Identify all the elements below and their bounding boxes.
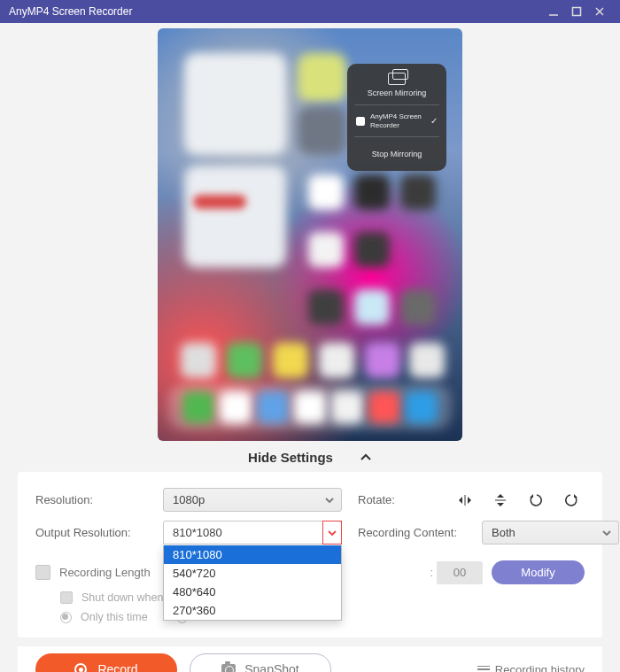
snapshot-button[interactable]: SnapShot	[190, 653, 331, 672]
only-this-time-label: Only this time	[81, 611, 148, 623]
recording-history-link[interactable]: Recording history	[477, 663, 585, 673]
resolution-label: Resolution:	[35, 493, 152, 506]
mirror-icon	[388, 73, 406, 85]
titlebar: AnyMP4 Screen Recorder	[0, 0, 620, 23]
flip-horizontal-icon[interactable]	[457, 492, 473, 508]
dropdown-option[interactable]: 540*720	[164, 564, 341, 583]
shutdown-checkbox[interactable]	[60, 591, 73, 604]
recording-content-label: Recording Content:	[358, 526, 471, 539]
rotate-label: Rotate:	[358, 493, 402, 506]
output-resolution-select[interactable]: 810*1080 810*1080 540*720 480*640 270*36…	[163, 521, 342, 545]
recording-content-select[interactable]: Both	[482, 521, 619, 545]
recording-length-checkbox[interactable]	[35, 565, 50, 580]
recording-length-time: : 00	[430, 561, 483, 584]
hide-settings-label: Hide Settings	[248, 450, 333, 465]
close-button[interactable]	[588, 0, 611, 23]
output-resolution-label: Output Resolution:	[35, 526, 152, 539]
check-icon: ✓	[430, 116, 438, 126]
mirror-device-name: AnyMP4 Screen Recorder	[370, 112, 425, 129]
device-preview: Screen Mirroring AnyMP4 Screen Recorder …	[158, 28, 462, 441]
chevron-down-icon	[327, 528, 337, 538]
recording-content-value: Both	[492, 526, 515, 539]
camera-icon	[221, 664, 236, 672]
resolution-value: 1080p	[173, 493, 205, 506]
dropdown-option[interactable]: 810*1080	[164, 545, 341, 564]
app-title: AnyMP4 Screen Recorder	[9, 5, 132, 18]
only-this-time-radio[interactable]	[60, 612, 72, 623]
chevron-down-icon	[323, 494, 336, 506]
record-button[interactable]: Record	[35, 653, 177, 672]
modify-button[interactable]: Modify	[492, 560, 585, 584]
minimize-button[interactable]	[542, 0, 565, 23]
dropdown-option[interactable]: 480*640	[164, 583, 341, 601]
rotate-left-icon[interactable]	[528, 492, 544, 508]
recording-history-label: Recording history	[495, 663, 585, 673]
screen-mirroring-panel: Screen Mirroring AnyMP4 Screen Recorder …	[347, 64, 446, 171]
chevron-down-icon	[601, 527, 613, 539]
device-icon	[356, 117, 365, 126]
snapshot-label: SnapShot	[244, 662, 299, 672]
recording-length-label: Recording Length	[59, 566, 151, 579]
output-resolution-value: 810*1080	[173, 526, 222, 539]
record-label: Record	[97, 662, 137, 672]
hide-settings-toggle[interactable]: Hide Settings	[0, 446, 620, 472]
dropdown-option[interactable]: 270*360	[164, 601, 341, 620]
output-resolution-dropdown: 810*1080 540*720 480*640 270*360	[163, 545, 342, 621]
mirror-device-row[interactable]: AnyMP4 Screen Recorder ✓	[354, 104, 439, 136]
maximize-button[interactable]	[565, 0, 588, 23]
mirror-title: Screen Mirroring	[354, 89, 439, 97]
time-seconds[interactable]: 00	[437, 561, 483, 584]
stop-mirroring-button[interactable]: Stop Mirroring	[354, 136, 439, 171]
record-icon	[74, 663, 87, 672]
history-icon	[477, 666, 490, 672]
settings-panel: Resolution: 1080p Rotate: Output Resolut…	[18, 472, 602, 637]
chevron-up-icon	[360, 452, 372, 464]
rotate-right-icon[interactable]	[563, 492, 579, 508]
resolution-select[interactable]: 1080p	[163, 488, 342, 512]
footer: Record SnapShot Recording history	[18, 646, 602, 672]
svg-rect-1	[573, 8, 581, 16]
flip-vertical-icon[interactable]	[492, 492, 508, 508]
